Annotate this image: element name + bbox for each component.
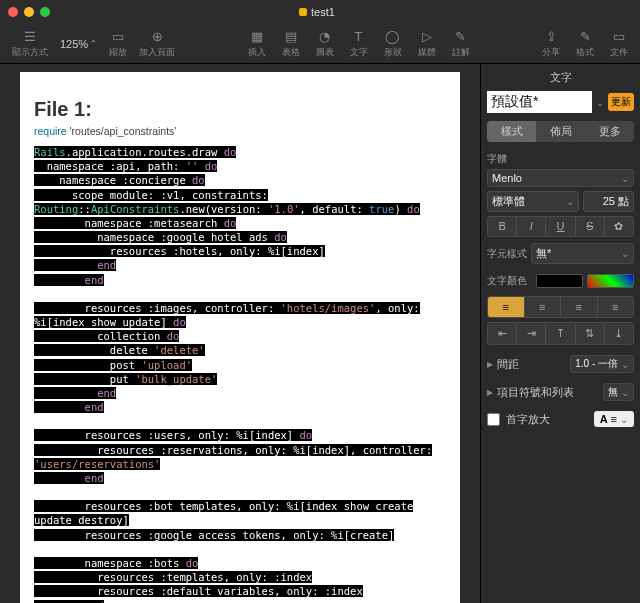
code-line: update destroy] <box>34 513 446 527</box>
require-line: require 'routes/api_constraints' <box>34 125 446 137</box>
indent-button[interactable]: ⇥ <box>517 323 546 344</box>
code-line: namespace :api, path: '' do <box>34 159 446 173</box>
page-heading: File 1: <box>34 98 446 121</box>
align-right-button[interactable]: ≡ <box>561 297 598 317</box>
add-page-icon: ⊕ <box>152 29 163 45</box>
doc-title-text: test1 <box>311 6 335 18</box>
code-line: resources :images, controller: 'hotels/i… <box>34 301 446 315</box>
zoom-select[interactable]: 125%⌃ <box>54 38 103 50</box>
chevron-right-icon: ▶ <box>487 360 493 369</box>
view-icon: ☰ <box>24 29 36 45</box>
align-justify-button[interactable]: ≡ <box>598 297 634 317</box>
code-line <box>34 414 446 428</box>
code-block[interactable]: Rails.application.routes.draw do namespa… <box>34 145 446 603</box>
tb-right-2[interactable]: ▭文件 <box>604 29 634 59</box>
bold-button[interactable]: B <box>488 217 517 236</box>
code-line: resources :users, only: %i[index] do <box>34 428 446 442</box>
chevron-down-icon: ⌄ <box>596 97 604 108</box>
titlebar: test1 <box>0 0 640 24</box>
code-line: resources :hotels, only: %i[index] <box>34 244 446 258</box>
align-left-button[interactable]: ≡ <box>488 297 525 317</box>
dropcap-label: 首字放大 <box>506 412 550 427</box>
code-line: resources :bot_templates, only: %i[index… <box>34 499 446 513</box>
code-line: Rails.application.routes.draw do <box>34 145 446 159</box>
valign-bottom-button[interactable]: ⤓ <box>605 323 633 344</box>
tb-mid-4[interactable]: ◯形狀 <box>378 29 408 59</box>
seg-style[interactable]: 樣式 <box>487 121 536 142</box>
dropcap-checkbox[interactable] <box>487 413 500 426</box>
zoom-button[interactable]: ▭ 縮放 <box>103 29 133 59</box>
tb-right-0[interactable]: ⇪分享 <box>536 29 566 59</box>
inspector-segment[interactable]: 樣式 佈局 更多 <box>487 121 634 142</box>
seg-layout[interactable]: 佈局 <box>536 121 585 142</box>
char-style-select[interactable]: 無*⌄ <box>531 243 634 264</box>
code-line: collection do <box>34 329 446 343</box>
inspector-panel: 文字 預設值* ⌄ 更新 樣式 佈局 更多 字體 Menlo⌄ 標準體⌄ 25 … <box>480 64 640 603</box>
code-line: delete 'delete' <box>34 343 446 357</box>
paragraph-style-select[interactable]: 預設值* <box>487 91 592 113</box>
dropcap-style-select[interactable]: A≡⌄ <box>594 411 634 427</box>
code-line: %i[index show update] do <box>34 315 446 329</box>
code-line <box>34 542 446 556</box>
valign-top-button[interactable]: ⤒ <box>546 323 575 344</box>
document-canvas[interactable]: File 1: require 'routes/api_constraints'… <box>0 64 480 603</box>
spacing-select[interactable]: 1.0 - 一倍⌄ <box>570 355 634 373</box>
code-line: end <box>34 599 446 604</box>
seg-more[interactable]: 更多 <box>585 121 634 142</box>
font-section-label: 字體 <box>487 152 634 166</box>
code-line: namespace :metasearch do <box>34 216 446 230</box>
align-center-button[interactable]: ≡ <box>525 297 562 317</box>
h-align-bar: ≡ ≡ ≡ ≡ <box>487 296 634 318</box>
color-picker-icon[interactable] <box>587 274 634 288</box>
tb-mid-0[interactable]: ▦插入 <box>242 29 272 59</box>
valign-mid-button[interactable]: ⇅ <box>576 323 605 344</box>
code-line: end <box>34 258 446 272</box>
code-line: end <box>34 273 446 287</box>
document-title: test1 <box>299 6 335 18</box>
inspector-tab-text[interactable]: 文字 <box>487 70 634 85</box>
tb-right-1[interactable]: ✎格式 <box>570 29 600 59</box>
outdent-button[interactable]: ⇤ <box>488 323 517 344</box>
code-line <box>34 485 446 499</box>
text-color-label: 文字顏色 <box>487 274 532 288</box>
tb-mid-1[interactable]: ▤表格 <box>276 29 306 59</box>
zoom-out-icon: ▭ <box>112 29 124 45</box>
tb-mid-6[interactable]: ✎註解 <box>446 29 476 59</box>
minimize-icon[interactable] <box>24 7 34 17</box>
zoom-icon[interactable] <box>40 7 50 17</box>
code-line: put 'bulk_update' <box>34 372 446 386</box>
toolbar: ☰ 顯示方式 125%⌃ ▭ 縮放 ⊕ 加入頁面 ▦插入▤表格◔圖表T文字◯形狀… <box>0 24 640 64</box>
bullets-select[interactable]: 無⌄ <box>603 383 634 401</box>
close-icon[interactable] <box>8 7 18 17</box>
code-line: namespace :concierge do <box>34 173 446 187</box>
chevron-right-icon: ▶ <box>487 388 493 397</box>
update-style-button[interactable]: 更新 <box>608 93 634 111</box>
text-format-bar: B I U S ✿ <box>487 216 634 237</box>
font-family-select[interactable]: Menlo⌄ <box>487 169 634 187</box>
text-color-swatch[interactable] <box>536 274 583 288</box>
code-line: scope module: :v1, constraints: <box>34 188 446 202</box>
tb-mid-3[interactable]: T文字 <box>344 29 374 59</box>
code-line: resources :reservations, only: %i[index]… <box>34 443 446 457</box>
view-button[interactable]: ☰ 顯示方式 <box>6 29 54 59</box>
strike-button[interactable]: S <box>576 217 605 236</box>
bullets-disclosure[interactable]: ▶ 項目符號和列表 無⌄ <box>487 383 634 401</box>
font-size-field[interactable]: 25 點 <box>583 191 634 212</box>
tb-mid-2[interactable]: ◔圖表 <box>310 29 340 59</box>
gear-icon[interactable]: ✿ <box>605 217 633 236</box>
code-line: end <box>34 386 446 400</box>
code-line: namespace :google_hotel_ads do <box>34 230 446 244</box>
underline-button[interactable]: U <box>546 217 575 236</box>
code-line <box>34 287 446 301</box>
italic-button[interactable]: I <box>517 217 546 236</box>
code-line: namespace :bots do <box>34 556 446 570</box>
code-line: resources :default_variables, only: :ind… <box>34 584 446 598</box>
code-line: resources :google_access_tokens, only: %… <box>34 528 446 542</box>
code-line: post 'upload' <box>34 358 446 372</box>
add-page-button[interactable]: ⊕ 加入頁面 <box>133 29 181 59</box>
tb-mid-5[interactable]: ▷媒體 <box>412 29 442 59</box>
page: File 1: require 'routes/api_constraints'… <box>20 72 460 603</box>
font-weight-select[interactable]: 標準體⌄ <box>487 191 579 212</box>
spacing-disclosure[interactable]: ▶ 間距 1.0 - 一倍⌄ <box>487 355 634 373</box>
indent-valign-bar: ⇤ ⇥ ⤒ ⇅ ⤓ <box>487 322 634 345</box>
